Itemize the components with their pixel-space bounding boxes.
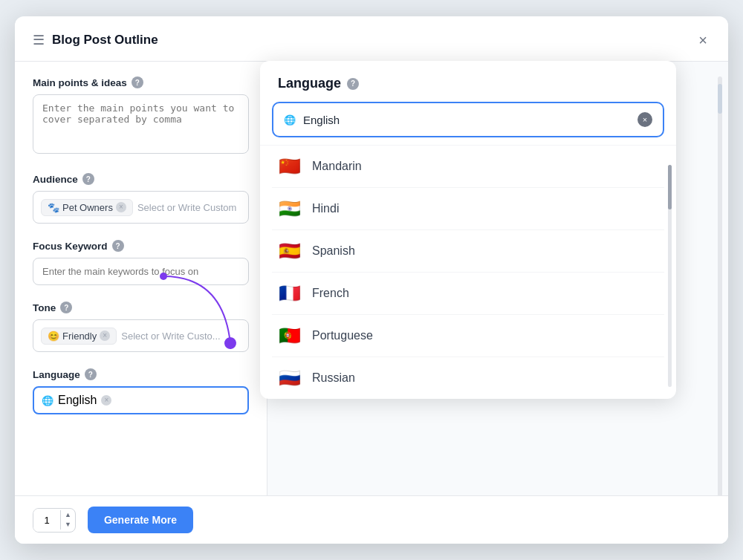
focus-keyword-help-icon[interactable]: ? (112, 240, 124, 252)
generate-more-button[interactable]: Generate More (88, 507, 193, 533)
lang-name: Spanish (312, 244, 355, 258)
lang-flag: 🇫🇷 (278, 283, 302, 304)
tone-tag: 😊 Friendly × (41, 328, 117, 345)
focus-keyword-input[interactable] (33, 258, 249, 285)
selected-clear-button[interactable]: × (637, 112, 652, 127)
lang-name: Russian (312, 371, 355, 385)
tone-placeholder: Select or Write Custo... (121, 331, 220, 342)
main-points-input[interactable] (33, 94, 249, 154)
close-button[interactable]: × (695, 30, 710, 51)
audience-tag-close[interactable]: × (116, 202, 126, 212)
main-points-help-icon[interactable]: ? (132, 76, 143, 88)
main-points-section: Main points & ideas ? (33, 76, 249, 157)
modal-title: Blog Post Outline (52, 33, 158, 48)
tone-help-icon[interactable]: ? (60, 302, 72, 313)
right-scrollbar-thumb (718, 84, 722, 114)
audience-help-icon[interactable]: ? (82, 173, 94, 185)
modal-title-group: ☰ Blog Post Outline (33, 32, 158, 48)
lang-flag: 🇨🇳 (278, 156, 302, 177)
left-panel: Main points & ideas ? Audience ? 🐾 Pet (15, 62, 267, 544)
modal-header: ☰ Blog Post Outline × (15, 16, 728, 62)
bottom-bar: ▲ ▼ Generate More (15, 495, 728, 544)
quantity-up-button[interactable]: ▲ (61, 510, 75, 520)
language-tag-text: English (58, 394, 97, 407)
dropdown-scrollbar[interactable] (668, 165, 672, 387)
language-label: Language ? (33, 368, 249, 380)
quantity-wrapper: ▲ ▼ (33, 508, 76, 533)
tone-tag-close[interactable]: × (100, 331, 110, 341)
lang-flag: 🇷🇺 (278, 368, 302, 388)
language-list: 🇨🇳 Mandarin 🇮🇳 Hindi 🇪🇸 Spanish 🇫🇷 Frenc… (260, 146, 676, 399)
main-points-label: Main points & ideas ? (33, 76, 249, 88)
audience-input-box[interactable]: 🐾 Pet Owners × Select or Write Custom (33, 191, 249, 224)
quantity-down-button[interactable]: ▼ (61, 520, 75, 530)
language-item-hindi[interactable]: 🇮🇳 Hindi (260, 188, 676, 229)
modal-wrapper: ☰ Blog Post Outline × Main points & idea… (15, 16, 728, 544)
right-scrollbar[interactable] (718, 76, 722, 530)
lang-name: Hindi (312, 202, 339, 215)
quantity-input[interactable] (33, 509, 60, 532)
selected-flag: 🌐 (284, 114, 296, 126)
lang-flag: 🇪🇸 (278, 241, 302, 261)
language-tag-close[interactable]: × (101, 395, 111, 406)
dropdown-header: Language ? (260, 61, 676, 102)
lang-flag: 🇮🇳 (278, 198, 302, 219)
dropdown-title: Language (278, 76, 341, 91)
lang-flag: 🇵🇹 (278, 325, 302, 346)
language-item-spanish[interactable]: 🇪🇸 Spanish (260, 230, 676, 272)
selected-language-text: English (303, 114, 630, 126)
quantity-arrows: ▲ ▼ (60, 510, 75, 530)
tone-section: Tone ? 😊 Friendly × Select or Write Cust… (33, 302, 249, 352)
language-input-box[interactable]: 🌐 English × (33, 386, 249, 414)
language-item-mandarin[interactable]: 🇨🇳 Mandarin (260, 146, 676, 187)
tone-input-box[interactable]: 😊 Friendly × Select or Write Custo... (33, 319, 249, 352)
dropdown-help-icon[interactable]: ? (347, 78, 359, 90)
audience-section: Audience ? 🐾 Pet Owners × Select or Writ… (33, 173, 249, 224)
focus-keyword-section: Focus Keyword ? (33, 240, 249, 285)
language-item-french[interactable]: 🇫🇷 French (260, 273, 676, 314)
audience-tag: 🐾 Pet Owners × (41, 199, 133, 216)
lang-name: Portuguese (312, 329, 373, 342)
language-help-icon[interactable]: ? (85, 368, 97, 380)
audience-placeholder: Select or Write Custom (137, 202, 236, 213)
audience-label: Audience ? (33, 173, 249, 185)
language-dropdown: Language ? 🌐 English × 🇨🇳 Mandarin 🇮🇳 Hi… (260, 61, 676, 399)
outline-icon: ☰ (33, 32, 45, 48)
dropdown-scroll-thumb (668, 165, 672, 209)
tone-label: Tone ? (33, 302, 249, 313)
lang-name: Mandarin (312, 160, 362, 173)
selected-language-row[interactable]: 🌐 English × (272, 102, 664, 137)
language-section: Language ? 🌐 English × (33, 368, 249, 414)
language-item-portuguese[interactable]: 🇵🇹 Portuguese (260, 315, 676, 356)
focus-keyword-label: Focus Keyword ? (33, 240, 249, 252)
language-item-russian[interactable]: 🇷🇺 Russian (260, 357, 676, 399)
lang-name: French (312, 287, 349, 300)
